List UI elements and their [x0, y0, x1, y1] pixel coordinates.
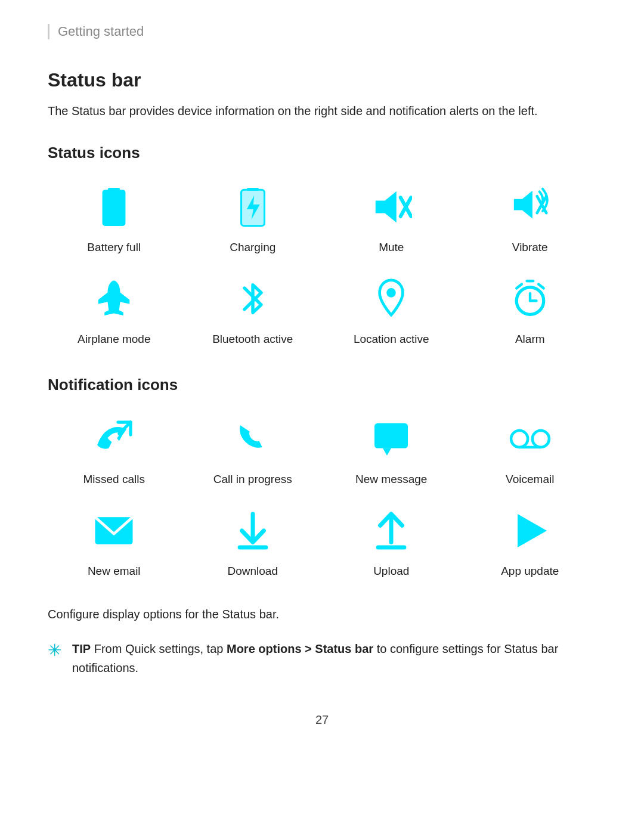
tip-icon: ✳ — [48, 640, 61, 660]
call-in-progress-icon — [226, 412, 280, 466]
app-update-label: App update — [501, 565, 559, 578]
list-item: Airplane mode — [48, 272, 181, 346]
list-item: Location active — [325, 272, 458, 346]
location-label: Location active — [354, 333, 429, 346]
list-item: Battery full — [48, 180, 181, 254]
breadcrumb: Getting started — [48, 24, 596, 39]
list-item: Bluetooth active — [187, 272, 320, 346]
charging-label: Charging — [230, 241, 275, 254]
new-message-label: New message — [355, 473, 427, 486]
svg-marker-32 — [518, 514, 547, 547]
location-icon — [364, 272, 418, 326]
voicemail-label: Voicemail — [506, 473, 554, 486]
list-item: Call in progress — [187, 412, 320, 486]
new-message-icon — [364, 412, 418, 466]
call-in-progress-label: Call in progress — [213, 473, 292, 486]
charging-icon — [226, 180, 280, 234]
list-item: New email — [48, 504, 181, 578]
notification-icons-grid: Missed calls Call in progress New messag… — [48, 412, 596, 578]
svg-marker-6 — [376, 191, 397, 223]
list-item: New message — [325, 412, 458, 486]
svg-marker-23 — [383, 448, 391, 456]
vibrate-label: Vibrate — [512, 241, 548, 254]
battery-full-label: Battery full — [87, 241, 141, 254]
airplane-mode-icon — [87, 272, 141, 326]
alarm-label: Alarm — [515, 333, 545, 346]
bluetooth-icon — [226, 272, 280, 326]
tip-text: TIP From Quick settings, tap More option… — [72, 639, 596, 677]
list-item: Upload — [325, 504, 458, 578]
app-update-icon — [503, 504, 557, 558]
svg-marker-9 — [514, 191, 532, 219]
airplane-mode-label: Airplane mode — [78, 333, 151, 346]
list-item: Mute — [325, 180, 458, 254]
tip-label: TIP — [72, 642, 91, 655]
svg-line-17 — [538, 284, 544, 289]
bluetooth-label: Bluetooth active — [212, 333, 293, 346]
upload-icon — [364, 504, 418, 558]
upload-label: Upload — [373, 565, 409, 578]
list-item: Vibrate — [464, 180, 597, 254]
mute-label: Mute — [379, 241, 404, 254]
svg-line-16 — [516, 284, 522, 289]
download-icon — [226, 504, 280, 558]
missed-calls-label: Missed calls — [83, 473, 145, 486]
list-item: Voicemail — [464, 412, 597, 486]
notification-icons-heading: Notification icons — [48, 376, 596, 394]
page-number: 27 — [48, 713, 596, 727]
status-icons-heading: Status icons — [48, 144, 596, 162]
tip-bold: More options > Status bar — [227, 642, 373, 655]
svg-point-25 — [532, 431, 549, 447]
mute-icon — [364, 180, 418, 234]
svg-rect-22 — [374, 423, 408, 448]
vibrate-icon — [503, 180, 557, 234]
svg-rect-1 — [103, 190, 126, 226]
list-item: Alarm — [464, 272, 597, 346]
list-item: Charging — [187, 180, 320, 254]
page-description: The Status bar provides device informati… — [48, 102, 566, 120]
new-email-label: New email — [88, 565, 141, 578]
list-item: App update — [464, 504, 597, 578]
configure-text: Configure display options for the Status… — [48, 608, 596, 621]
page-title: Status bar — [48, 69, 596, 91]
list-item: Download — [187, 504, 320, 578]
svg-point-24 — [511, 431, 528, 447]
new-email-icon — [87, 504, 141, 558]
alarm-icon — [503, 272, 557, 326]
list-item: Missed calls — [48, 412, 181, 486]
status-icons-grid: Battery full Charging Mute — [48, 180, 596, 346]
svg-point-12 — [386, 288, 396, 298]
battery-full-icon — [87, 180, 141, 234]
missed-calls-icon — [87, 412, 141, 466]
tip-section: ✳ TIP From Quick settings, tap More opti… — [48, 639, 596, 677]
download-label: Download — [228, 565, 278, 578]
voicemail-icon — [503, 412, 557, 466]
